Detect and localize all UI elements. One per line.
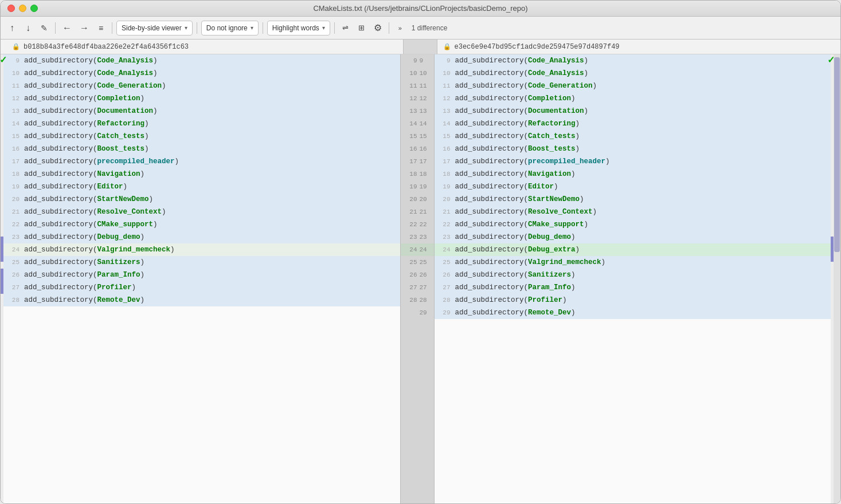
center-line-numbers: 9910101111121213131414151516161717181819… (401, 54, 434, 319)
ignore-dropdown-arrow: ▾ (251, 25, 253, 31)
left-ind-3 (1, 269, 3, 281)
left-hash: b018b84a3fe648df4baa226e2e2f4a64356f1c63 (24, 43, 189, 51)
gear-icon: ⚙ (374, 22, 382, 33)
settings-button[interactable]: ⚙ (371, 21, 385, 36)
right-code-lines: 9add_subdirectory(Code_Analysis)10add_su… (435, 54, 831, 503)
back-button[interactable]: ← (60, 21, 75, 36)
separator-2 (112, 22, 112, 34)
right-diff-panel: 9add_subdirectory(Code_Analysis)10add_su… (435, 54, 831, 503)
right-scrollbar[interactable] (834, 54, 840, 503)
left-ind-1 (1, 237, 3, 249)
diff-count: 1 difference (412, 24, 448, 32)
left-indicator-bar: ✓ (1, 54, 3, 503)
highlight-dropdown-label: Highlight words (272, 24, 319, 32)
left-ind-4 (1, 281, 3, 294)
left-code-lines: 9add_subdirectory(Code_Analysis)10add_su… (3, 54, 400, 503)
left-lock-icon: 🔒 (12, 43, 20, 50)
left-checkmark: ✓ (1, 54, 7, 65)
more-button[interactable]: » (393, 21, 407, 36)
right-hash-pane: 🔒 e3ec6e9e47bd95cf1adc9de259475e97d4897f… (437, 43, 834, 51)
close-button[interactable] (7, 5, 15, 12)
hash-center-gutter (403, 40, 437, 54)
minimize-button[interactable] (19, 5, 26, 12)
next-diff-button[interactable]: ↓ (21, 21, 35, 36)
window-title: CMakeLists.txt (/Users/jetbrains/CLionPr… (313, 4, 527, 13)
main-window: CMakeLists.txt (/Users/jetbrains/CLionPr… (0, 0, 841, 504)
viewer-dropdown-label: Side-by-side viewer (122, 24, 182, 32)
diff-content: ✓ 9add_subdirectory(Code_Analysis)10add_… (1, 54, 840, 503)
list-button[interactable]: ≡ (94, 21, 108, 36)
viewer-dropdown-arrow: ▾ (185, 25, 187, 31)
highlight-dropdown-arrow: ▾ (322, 25, 325, 31)
left-diff-panel: 9add_subdirectory(Code_Analysis)10add_su… (3, 54, 400, 503)
edit-button[interactable]: ✎ (37, 21, 51, 36)
ignore-dropdown-label: Do not ignore (206, 24, 248, 32)
ignore-dropdown-button[interactable]: Do not ignore ▾ (201, 21, 259, 36)
hash-bar: 🔒 b018b84a3fe648df4baa226e2e2f4a64356f1c… (1, 40, 840, 54)
separator-6 (389, 22, 389, 34)
right-hash: e3ec6e9e47bd95cf1adc9de259475e97d4897f49 (455, 43, 620, 51)
maximize-button[interactable] (30, 5, 38, 12)
right-lock-icon: 🔒 (443, 43, 451, 50)
scrollbar-thumb[interactable] (834, 57, 840, 252)
separator-1 (55, 22, 56, 34)
title-bar: CMakeLists.txt (/Users/jetbrains/CLionPr… (1, 1, 840, 17)
align-icon-button[interactable]: ⇌ (339, 21, 353, 36)
toolbar: ↑ ↓ ✎ ← → ≡ Side-by-side viewer ▾ Do not… (1, 17, 840, 40)
separator-5 (334, 22, 335, 34)
center-gutter: 9910101111121213131414151516161717181819… (400, 54, 435, 503)
forward-button[interactable]: → (77, 21, 92, 36)
prev-diff-button[interactable]: ↑ (5, 21, 19, 36)
left-ind-2 (1, 249, 3, 262)
columns-icon-button[interactable]: ⊞ (355, 21, 369, 36)
highlight-dropdown-button[interactable]: Highlight words ▾ (267, 21, 330, 36)
traffic-lights (7, 5, 38, 12)
separator-3 (197, 22, 197, 34)
separator-4 (263, 22, 263, 34)
viewer-dropdown-button[interactable]: Side-by-side viewer ▾ (116, 21, 193, 36)
left-hash-pane: 🔒 b018b84a3fe648df4baa226e2e2f4a64356f1c… (1, 43, 403, 51)
